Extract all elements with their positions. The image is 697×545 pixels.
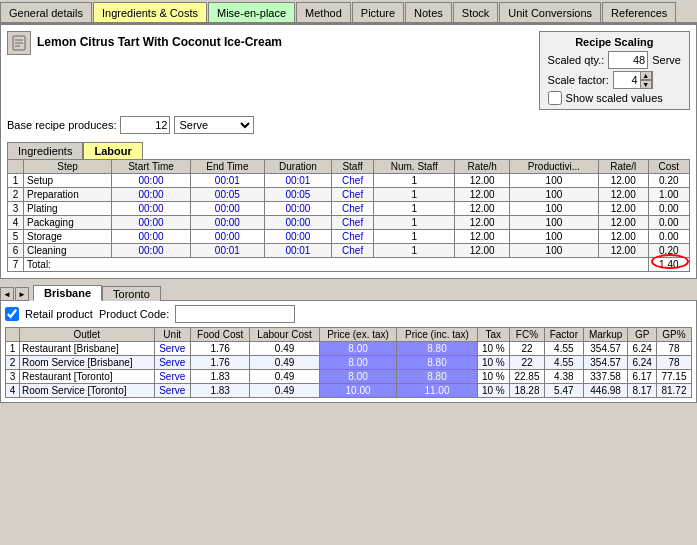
tab-stock[interactable]: Stock [453,2,499,22]
pricing-cell: 77.15 [656,370,691,384]
pricing-cell: 4.55 [544,356,583,370]
pricing-cell: 11.00 [397,384,477,398]
scroll-arrows: ◄ ► [0,287,29,301]
labour-cell: 00:00 [190,230,264,244]
pricing-cell: 0.49 [250,356,319,370]
pricing-row: 1Restaurant [Brisbane]Serve1.760.498.008… [6,342,692,356]
labour-row: 4Packaging00:0000:0000:00Chef112.0010012… [8,216,690,230]
base-unit-select[interactable]: Serve [174,116,254,134]
pricing-cell: 78 [656,356,691,370]
labour-cell: 00:05 [190,188,264,202]
labour-cell: 1 [8,174,24,188]
labour-cell: 1 [374,188,455,202]
tab-method[interactable]: Method [296,2,351,22]
pricing-cell: 18.28 [509,384,544,398]
col-end-time: End Time [190,160,264,174]
col-num [8,160,24,174]
pricing-cell: 1.83 [190,370,250,384]
pricing-cell: 0.49 [250,384,319,398]
labour-cell: 12.00 [598,216,648,230]
ph-labour-cost: Labour Cost [250,328,319,342]
tab-unit-conversions[interactable]: Unit Conversions [499,2,601,22]
pricing-cell: Room Service [Toronto] [20,384,155,398]
labour-cell: 12.00 [598,188,648,202]
ph-factor: Factor [544,328,583,342]
labour-cell: 00:00 [190,202,264,216]
labour-cell: 1 [374,216,455,230]
labour-cell: 1 [374,174,455,188]
labour-cell: 100 [510,216,599,230]
scaled-qty-input[interactable] [608,51,648,69]
tab-picture[interactable]: Picture [352,2,404,22]
pricing-cell: 1 [6,342,20,356]
city-tab-container: ◄ ► Brisbane Toronto [0,279,697,301]
pricing-cell: 8.00 [319,370,397,384]
labour-cell: 2 [8,188,24,202]
labour-cell: Cleaning [24,244,112,258]
pricing-cell: 1.76 [190,356,250,370]
scaling-qty-row: Scaled qty.: Serve [548,51,681,69]
pricing-cell: 1.76 [190,342,250,356]
labour-cell: 1 [374,230,455,244]
tab-notes[interactable]: Notes [405,2,452,22]
tab-mise-en-place[interactable]: Mise-en-place [208,2,295,22]
pricing-cell: 8.80 [397,342,477,356]
recipe-header: Lemon Citrus Tart With Coconut Ice-Cream… [7,31,690,110]
labour-cell: 00:00 [112,174,191,188]
tab-ingredients-costs[interactable]: Ingredients & Costs [93,2,207,22]
sub-tab-ingredients[interactable]: Ingredients [7,142,83,159]
pricing-cell: 81.72 [656,384,691,398]
labour-cell: 100 [510,188,599,202]
city-tab-spacer [161,281,697,301]
pricing-cell: 5.47 [544,384,583,398]
ph-num [6,328,20,342]
labour-cell: 100 [510,230,599,244]
labour-cell: Setup [24,174,112,188]
base-qty-input[interactable] [120,116,170,134]
show-scaled-label: Show scaled values [566,92,663,104]
scroll-right-arrow[interactable]: ► [15,287,29,301]
pricing-cell: 6.24 [628,356,656,370]
labour-cell: 00:00 [264,202,331,216]
pricing-cell: 10 % [477,384,509,398]
labour-cell: 00:00 [264,230,331,244]
city-tab-brisbane[interactable]: Brisbane [33,285,102,301]
recipe-title: Lemon Citrus Tart With Coconut Ice-Cream [37,31,529,49]
labour-cell: 6 [8,244,24,258]
tab-references[interactable]: References [602,2,676,22]
labour-table: Step Start Time End Time Duration Staff … [7,159,690,272]
sub-tab-labour[interactable]: Labour [83,142,142,159]
pricing-cell: Serve [154,342,190,356]
base-recipe-label: Base recipe produces: [7,119,116,131]
pricing-cell: 8.17 [628,384,656,398]
product-code-input[interactable] [175,305,295,323]
labour-table-container: Step Start Time End Time Duration Staff … [7,159,690,272]
pricing-cell: 8.80 [397,356,477,370]
labour-cell: 00:05 [264,188,331,202]
retail-label: Retail product [25,308,93,320]
pricing-cell: 6.17 [628,370,656,384]
labour-row: 2Preparation00:0000:0500:05Chef112.00100… [8,188,690,202]
city-tab-toronto[interactable]: Toronto [102,286,161,301]
pricing-cell: 337.58 [583,370,628,384]
pricing-cell: Room Service [Brisbane] [20,356,155,370]
pricing-cell: 22 [509,342,544,356]
pricing-cell: 354.57 [583,342,628,356]
scale-factor-spinner[interactable]: 4 ▲ ▼ [613,71,653,89]
labour-cell: 0.00 [648,216,689,230]
scroll-left-arrow[interactable]: ◄ [0,287,14,301]
spinner-down[interactable]: ▼ [640,80,652,89]
labour-cell: Plating [24,202,112,216]
labour-cell: 3 [8,202,24,216]
labour-cell: 00:01 [190,174,264,188]
labour-cell: 00:01 [264,174,331,188]
lower-section: Retail product Product Code: Outlet Unit… [0,301,697,403]
show-scaled-checkbox[interactable] [548,91,562,105]
sub-tab-bar: Ingredients Labour [7,142,690,159]
pricing-cell: 22 [509,356,544,370]
retail-checkbox[interactable] [5,307,19,321]
labour-cell: 0.00 [648,230,689,244]
labour-row: 7Total:1.40 [8,258,690,272]
tab-general-details[interactable]: General details [0,2,92,22]
spinner-up[interactable]: ▲ [640,71,652,80]
